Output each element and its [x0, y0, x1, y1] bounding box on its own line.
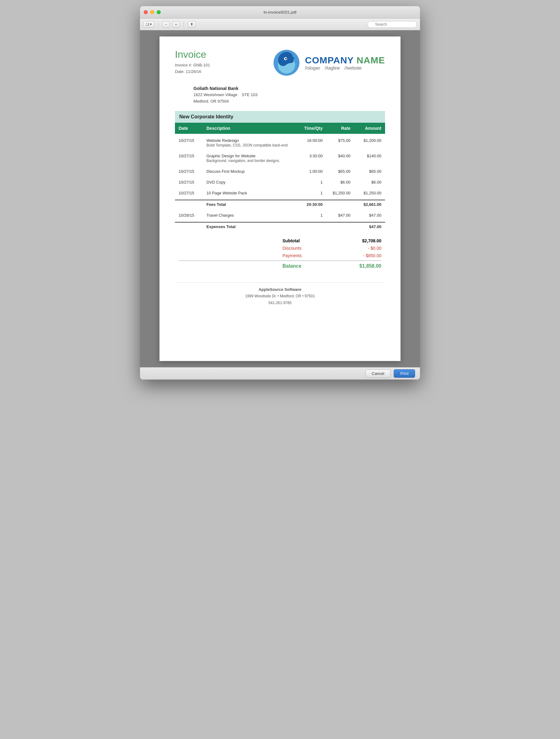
billto-address: 1622 Westshown Village STE 103 Medford, … [193, 92, 385, 105]
col-description: Description [203, 123, 295, 134]
svg-point-5 [285, 58, 286, 60]
fees-total-time: 20:30:00 [295, 200, 326, 208]
share-button[interactable]: ⬆ [187, 21, 196, 27]
company-logo-section: COMPANY NAME //slogan //tagline //websit… [273, 49, 385, 77]
item-amount: $65.00 [354, 165, 385, 175]
summary-section: Subtotal $2,708.00 Discounts - $0.00 Pay… [175, 237, 385, 270]
col-time-qty: Time/Qty [295, 123, 326, 134]
item-rate: $75.00 [326, 134, 354, 149]
item-date: 10/27/15 [175, 149, 203, 165]
item-date: 10/27/15 [175, 165, 203, 175]
item-rate: $1,250.00 [326, 186, 354, 200]
footer-address: 1999 Woodside Dr. • Medford, OR • 97501 [175, 293, 385, 300]
company-logo [273, 49, 300, 77]
item-rate: $40.00 [326, 149, 354, 165]
item-rate: $65.00 [326, 165, 354, 175]
invoice-table: Date Description Time/Qty Rate Amount 10… [175, 123, 385, 231]
expenses-total-amount: $47.00 [354, 222, 385, 231]
item-date: 10/28/15 [175, 208, 203, 222]
item-amount: $1,200.00 [354, 134, 385, 149]
table-row: 10/27/15 Discuss First Mockup 1:00:00 $6… [175, 165, 385, 175]
sidebar-icon: ❏ [146, 22, 149, 26]
pdf-area: Invoice Invoice #: GNB-101 Date: 11/28/1… [140, 30, 420, 367]
window-title: tn-invoice9201.pdf [264, 10, 296, 14]
fees-total-row: Fees Total 20:30:00 $2,661.00 [175, 200, 385, 208]
subtotal-value: $2,708.00 [344, 238, 381, 243]
cancel-button[interactable]: Cancel [365, 370, 391, 378]
invoice-footer: AppleSource Software 1999 Woodside Dr. •… [175, 283, 385, 307]
item-description: DVD Copy [203, 175, 295, 186]
print-button[interactable]: Print [394, 370, 415, 378]
name-word: NAME [357, 55, 385, 65]
item-description: Travel Charges [203, 208, 295, 222]
share-icon: ⬆ [190, 22, 193, 26]
item-time-qty: 1:00:00 [295, 165, 326, 175]
item-amount: $1,250.00 [354, 186, 385, 200]
minimize-button[interactable] [150, 10, 154, 14]
footer-company-name: AppleSource Software [175, 286, 385, 293]
company-word: COMPANY [305, 55, 354, 65]
item-time-qty: 16:00:00 [295, 134, 326, 149]
payments-value: - $850.00 [344, 253, 381, 258]
company-tagline: //slogan //tagline //website [305, 65, 385, 70]
col-rate: Rate [326, 123, 354, 134]
item-time-qty: 3:30:00 [295, 149, 326, 165]
close-button[interactable] [144, 10, 148, 14]
zoom-out-icon: − [165, 23, 167, 26]
table-row: 10/28/15 Travel Charges 1 $47.00 $47.00 [175, 208, 385, 222]
billto-name: Goliath National Bank [193, 86, 385, 91]
footer-phone: 541-261-9785 [175, 300, 385, 307]
invoice-number: Invoice #: GNB-101 Date: 11/28/16 [175, 62, 273, 75]
balance-row: Balance $1,858.00 [175, 262, 385, 270]
zoom-in-icon: + [175, 23, 177, 26]
item-time-qty: 1 [295, 208, 326, 222]
fullscreen-button[interactable] [157, 10, 161, 14]
sidebar-icon-chevron: ▾ [150, 22, 152, 26]
table-row: 10/27/15 10 Page Website Pack 1 $1,250.0… [175, 186, 385, 200]
table-header-row: Date Description Time/Qty Rate Amount [175, 123, 385, 134]
item-date: 10/27/15 [175, 134, 203, 149]
item-time-qty: 1 [295, 175, 326, 186]
invoice-header: Invoice Invoice #: GNB-101 Date: 11/28/1… [175, 49, 385, 77]
zoom-out-button[interactable]: − [162, 21, 170, 27]
balance-label: Balance [282, 263, 344, 269]
company-name: COMPANY NAME [305, 55, 385, 65]
expenses-total-row: Expenses Total $47.00 [175, 222, 385, 231]
invoice-title: Invoice [175, 49, 273, 60]
traffic-lights [144, 10, 161, 14]
payments-row: Payments - $850.00 [175, 252, 385, 259]
fees-total-amount: $2,661.00 [354, 200, 385, 208]
company-name-section: COMPANY NAME //slogan //tagline //websit… [305, 55, 385, 70]
title-bar: tn-invoice9201.pdf [140, 6, 420, 19]
col-date: Date [175, 123, 203, 134]
item-rate: $6.00 [326, 175, 354, 186]
search-input[interactable] [368, 21, 417, 28]
bottom-bar: Cancel Print [140, 367, 420, 380]
item-amount: $47.00 [354, 208, 385, 222]
search-wrapper [368, 21, 417, 28]
payments-label: Payments [282, 253, 344, 258]
table-row: 10/27/15 Website Redesign Build Template… [175, 134, 385, 149]
discounts-value: - $0.00 [344, 246, 381, 251]
item-description: 10 Page Website Pack [203, 186, 295, 200]
invoice-page: Invoice Invoice #: GNB-101 Date: 11/28/1… [159, 36, 401, 361]
item-time-qty: 1 [295, 186, 326, 200]
expenses-total-label: Expenses Total [203, 222, 295, 231]
zoom-in-button[interactable]: + [172, 21, 179, 27]
item-date: 10/27/15 [175, 175, 203, 186]
toolbar-separator-2 [183, 21, 184, 27]
item-rate: $47.00 [326, 208, 354, 222]
balance-value: $1,858.00 [344, 263, 381, 269]
table-row: 10/27/15 Graphic Design for Website Back… [175, 149, 385, 165]
table-row: 10/27/15 DVD Copy 1 $6.00 $6.00 [175, 175, 385, 186]
item-amount: $140.00 [354, 149, 385, 165]
discounts-row: Discounts - $0.00 [175, 245, 385, 252]
sidebar-toggle-button[interactable]: ❏ ▾ [143, 21, 154, 27]
subtotal-row: Subtotal $2,708.00 [175, 237, 385, 245]
item-description: Graphic Design for Website Background, n… [203, 149, 295, 165]
col-amount: Amount [354, 123, 385, 134]
item-description: Website Redesign Build Template, CSS, JS… [203, 134, 295, 149]
subtotal-label: Subtotal [282, 238, 344, 243]
fees-total-label: Fees Total [203, 200, 295, 208]
item-amount: $6.00 [354, 175, 385, 186]
